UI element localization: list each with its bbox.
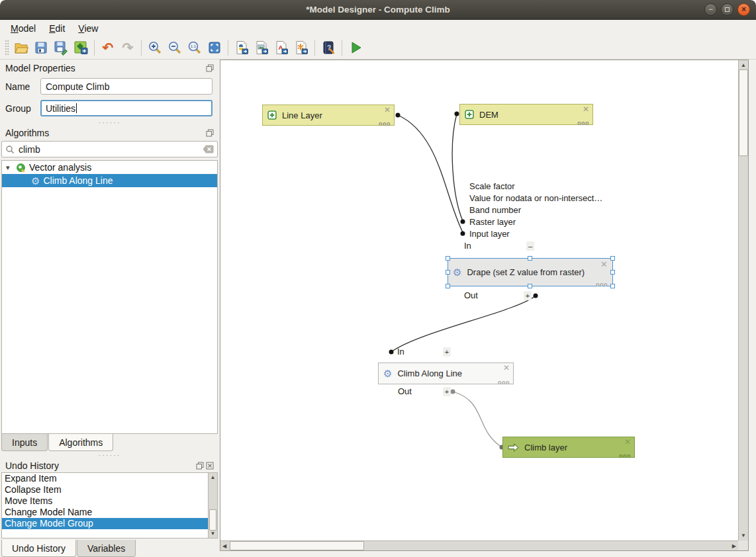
expand-ports-icon[interactable]: ooo — [577, 120, 589, 126]
tab-algorithms[interactable]: Algorithms — [48, 434, 113, 451]
scroll-right-icon[interactable]: ▶ — [732, 543, 736, 549]
scroll-up-icon[interactable]: ▲ — [739, 62, 748, 68]
node-line-layer[interactable]: Line Layer ✕ ooo — [262, 105, 395, 126]
model-group-input[interactable]: Utilities — [40, 100, 213, 116]
tree-group-vector-analysis[interactable]: ▾ Vector analysis — [2, 161, 217, 174]
selection-handle[interactable] — [528, 284, 532, 288]
node-dem[interactable]: DEM ✕ ooo — [459, 104, 593, 125]
scrollbar-thumb[interactable] — [209, 509, 216, 531]
selection-handle[interactable] — [610, 284, 615, 288]
canvas-vertical-scrollbar[interactable]: ▲ ▼ — [738, 60, 748, 540]
zoom-full-icon — [207, 40, 222, 56]
menu-view[interactable]: View — [71, 22, 105, 35]
param-label: Input layer — [469, 228, 602, 240]
expand-inputs-toggle[interactable]: + — [443, 347, 451, 357]
undo-list-scrollbar[interactable]: ▲ ▼ — [208, 473, 217, 538]
left-dock-area: Model Properties Name Compute Climb Grou… — [0, 60, 219, 557]
remove-node-icon[interactable]: ✕ — [583, 105, 589, 114]
undo-item[interactable]: Change Model Name — [2, 507, 209, 518]
scrollbar-thumb[interactable] — [739, 69, 748, 156]
undo-item[interactable]: Move Items — [2, 495, 209, 507]
clear-search-icon[interactable] — [203, 145, 214, 153]
export-as-svg-button[interactable] — [291, 38, 311, 58]
selection-handle[interactable] — [446, 270, 450, 275]
scrollbar-thumb[interactable] — [230, 541, 364, 550]
search-icon — [5, 145, 15, 154]
panel-splitter[interactable]: ······ — [0, 451, 219, 459]
remove-node-icon[interactable]: ✕ — [384, 105, 391, 114]
float-panel-icon[interactable] — [196, 462, 204, 470]
tree-expander-icon[interactable]: ▾ — [6, 163, 13, 172]
run-icon — [348, 40, 363, 56]
scroll-down-icon[interactable]: ▼ — [209, 531, 217, 536]
tab-inputs[interactable]: Inputs — [1, 434, 48, 451]
expand-ports-icon[interactable]: ooo — [596, 281, 608, 288]
close-panel-icon[interactable] — [206, 462, 214, 470]
node-climb-layer[interactable]: Climb layer ✕ ooo — [502, 437, 635, 458]
remove-node-icon[interactable]: ✕ — [624, 437, 631, 447]
save-model-as-button[interactable] — [51, 38, 71, 58]
menu-edit[interactable]: Edit — [42, 22, 71, 35]
model-properties-header: Model Properties — [0, 62, 219, 75]
zoom-in-button[interactable] — [145, 38, 165, 58]
minimize-button[interactable]: − — [704, 3, 717, 16]
close-button[interactable]: × — [737, 3, 750, 16]
expand-ports-icon[interactable]: ooo — [498, 379, 510, 386]
algorithm-search-input[interactable]: climb — [1, 141, 218, 157]
zoom-out-button[interactable] — [165, 38, 185, 58]
selection-handle[interactable] — [610, 256, 615, 261]
selection-handle[interactable] — [446, 284, 450, 288]
selection-handle[interactable] — [528, 256, 532, 261]
run-model-button[interactable] — [346, 38, 365, 58]
help-book-icon: ? — [320, 40, 336, 56]
node-climb-along-line[interactable]: ⚙ Climb Along Line ✕ ooo — [378, 363, 514, 384]
algorithm-gear-icon: ⚙ — [31, 176, 40, 186]
save-model-button[interactable] — [31, 38, 51, 58]
selection-handle[interactable] — [610, 270, 615, 275]
panel-splitter[interactable]: ······ — [0, 118, 219, 126]
remove-node-icon[interactable]: ✕ — [600, 260, 608, 269]
save-model-in-project-button[interactable] — [71, 38, 91, 58]
menu-model[interactable]: Model — [4, 22, 42, 35]
tab-variables[interactable]: Variables — [77, 540, 136, 557]
canvas-horizontal-scrollbar[interactable]: ◀ ▶ — [220, 540, 738, 550]
zoom-full-button[interactable] — [205, 38, 224, 58]
maximize-button[interactable] — [721, 3, 733, 16]
expand-ports-icon[interactable]: ooo — [619, 452, 631, 459]
tab-undo-history[interactable]: Undo History — [1, 540, 76, 557]
menubar: Model Edit View — [0, 20, 756, 36]
export-pdf-icon: A — [273, 40, 289, 56]
open-folder-icon — [13, 40, 29, 56]
scroll-up-icon[interactable]: ▲ — [209, 474, 217, 480]
expand-outputs-toggle[interactable]: + — [524, 291, 532, 300]
undo-button[interactable]: ↶ — [98, 38, 118, 58]
open-model-button[interactable] — [11, 38, 31, 58]
float-panel-icon[interactable] — [206, 64, 214, 72]
tree-item-climb-along-line[interactable]: ⚙ Climb Along Line — [2, 174, 217, 187]
model-canvas[interactable]: Line Layer ✕ ooo DEM ✕ ooo Scale factor … — [220, 60, 749, 551]
help-button[interactable]: ? — [318, 38, 338, 58]
zoom-actual-size-button[interactable]: 1:1 — [185, 38, 205, 58]
model-name-input[interactable]: Compute Climb — [40, 78, 213, 95]
toolbar-grip[interactable] — [5, 40, 9, 56]
collapse-inputs-toggle[interactable]: – — [526, 241, 534, 251]
text-caret — [76, 103, 77, 113]
float-panel-icon[interactable] — [206, 129, 214, 137]
model-designer-window: *Model Designer - Compute Climb − × Mode… — [0, 0, 756, 557]
undo-item[interactable]: Collapse Item — [2, 484, 209, 495]
scroll-left-icon[interactable]: ◀ — [222, 543, 226, 549]
expand-ports-icon[interactable]: ooo — [379, 120, 391, 127]
scroll-down-icon[interactable]: ▼ — [739, 533, 748, 538]
export-svg-icon — [293, 40, 309, 56]
output-arrow-icon — [508, 443, 519, 452]
remove-node-icon[interactable]: ✕ — [503, 363, 510, 372]
export-as-pdf-button[interactable]: A — [271, 38, 291, 58]
export-as-image-button[interactable] — [252, 38, 271, 58]
node-drape[interactable]: ⚙ Drape (set Z value from raster) ✕ ooo — [448, 258, 613, 286]
expand-outputs-toggle[interactable]: + — [443, 387, 451, 396]
undo-item-selected[interactable]: Change Model Group — [2, 518, 209, 529]
export-as-python-button[interactable] — [232, 38, 252, 58]
undo-item[interactable]: Expand Item — [2, 473, 209, 484]
selection-handle[interactable] — [446, 256, 450, 261]
redo-button[interactable]: ↷ — [118, 38, 138, 58]
